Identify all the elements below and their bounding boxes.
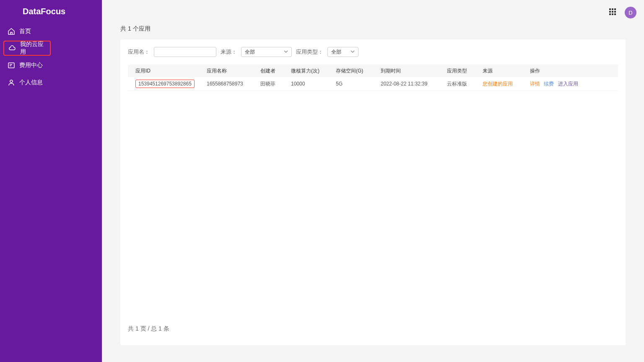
cell-source: 您创建的应用 [483, 81, 513, 87]
sidebar-item-label: 费用中心 [19, 62, 43, 69]
col-app-id: 应用ID [128, 65, 203, 77]
cell-actions: 详情 续费 进入应用 [527, 77, 618, 91]
topbar: D [102, 0, 644, 25]
col-actions: 操作 [527, 65, 618, 77]
sidebar-item-label: 我的云应用 [20, 41, 46, 56]
sidebar-item-home[interactable]: 首页 [0, 23, 102, 40]
source-select-value: 全部 [245, 49, 255, 56]
sidebar-item-cloud-apps[interactable]: 我的云应用 [3, 41, 51, 56]
sidebar-item-label: 首页 [19, 28, 31, 35]
search-app-name-input[interactable] [154, 47, 216, 57]
cloud-icon [8, 44, 16, 52]
svg-rect-2 [609, 8, 611, 10]
svg-rect-10 [614, 13, 616, 15]
filter-app-name-label: 应用名： [128, 48, 150, 56]
apps-table: 应用ID 应用名称 创建者 微核算力(次) 存储空间(G) 到期时间 应用类型 … [128, 65, 618, 91]
type-select-value: 全部 [331, 49, 341, 56]
col-storage: 存储空间(G) [332, 65, 377, 77]
svg-rect-3 [612, 8, 613, 10]
renew-link[interactable]: 续费 [544, 81, 554, 87]
cell-compute: 10000 [288, 77, 332, 91]
sidebar-item-billing[interactable]: 费用中心 [0, 57, 102, 74]
svg-rect-5 [609, 11, 611, 13]
pagination-summary: 共 1 页 / 总 1 条 [128, 325, 169, 333]
sidebar-item-label: 个人信息 [19, 79, 43, 86]
svg-rect-0 [8, 63, 14, 68]
col-compute: 微核算力(次) [288, 65, 332, 77]
cell-type: 云标准版 [444, 77, 479, 91]
cell-app-id: 1539451269753892865 [135, 80, 195, 88]
sidebar-item-profile[interactable]: 个人信息 [0, 74, 102, 91]
col-type: 应用类型 [444, 65, 479, 77]
content-panel: 应用名： 来源： 全部 应用类型： 全部 [120, 39, 626, 345]
cell-expiry: 2022-08-22 11:32:39 [377, 77, 444, 91]
col-app-name: 应用名称 [203, 65, 257, 77]
table-row: 1539451269753892865 1655868758973 田晓菲 10… [128, 77, 618, 91]
app-count-text: 共 1 个应用 [120, 25, 151, 33]
svg-rect-4 [614, 8, 616, 10]
svg-rect-6 [612, 11, 613, 13]
sidebar: DataFocus 首页 我的云应用 费用中心 个人信息 [0, 0, 102, 362]
col-expiry: 到期时间 [377, 65, 444, 77]
svg-rect-7 [614, 11, 616, 13]
main-area: D 共 1 个应用 应用名： 来源： 全部 应用类型： 全部 [102, 0, 644, 362]
detail-link[interactable]: 详情 [530, 81, 540, 87]
brand-logo-icon [8, 6, 23, 17]
source-select[interactable]: 全部 [241, 47, 292, 57]
user-icon [8, 79, 15, 86]
svg-rect-9 [612, 13, 613, 15]
chevron-down-icon [350, 49, 355, 55]
cell-app-name: 1655868758973 [203, 77, 257, 91]
svg-point-1 [10, 80, 13, 83]
filter-source-label: 来源： [221, 48, 237, 56]
logo-area: DataFocus [0, 0, 102, 23]
cell-creator: 田晓菲 [257, 77, 288, 91]
avatar[interactable]: D [625, 7, 636, 18]
billing-icon [8, 62, 15, 69]
enter-app-link[interactable]: 进入应用 [558, 81, 578, 87]
home-icon [8, 28, 15, 35]
filter-type-label: 应用类型： [296, 48, 323, 56]
brand-title: DataFocus [23, 7, 65, 16]
avatar-letter: D [628, 10, 632, 16]
apps-grid-icon[interactable] [609, 8, 616, 17]
col-creator: 创建者 [257, 65, 288, 77]
filter-row: 应用名： 来源： 全部 应用类型： 全部 [128, 47, 618, 57]
cell-storage: 5G [332, 77, 377, 91]
table-header-row: 应用ID 应用名称 创建者 微核算力(次) 存储空间(G) 到期时间 应用类型 … [128, 65, 618, 77]
col-source: 来源 [479, 65, 527, 77]
type-select[interactable]: 全部 [327, 47, 358, 57]
svg-rect-8 [609, 13, 611, 15]
chevron-down-icon [283, 49, 288, 55]
